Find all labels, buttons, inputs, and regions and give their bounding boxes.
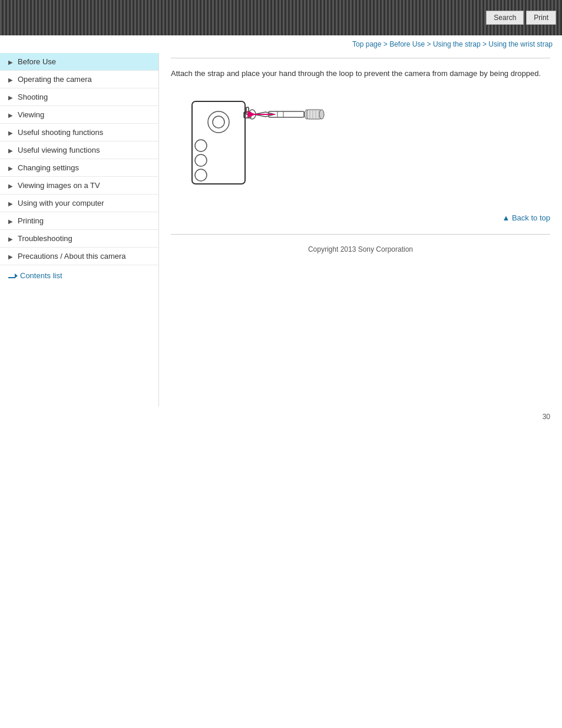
breadcrumb-top-page[interactable]: Top page	[352, 40, 381, 48]
svg-point-2	[213, 116, 224, 128]
sidebar-item-using-computer[interactable]: ▶ Using with your computer	[0, 195, 158, 212]
chevron-right-icon: ▶	[8, 218, 14, 224]
chevron-right-icon: ▶	[8, 200, 14, 206]
page-number: 30	[0, 407, 562, 427]
breadcrumb-sep3: >	[482, 40, 488, 48]
breadcrumb-before-use[interactable]: Before Use	[389, 40, 425, 48]
sidebar-item-label: Before Use	[18, 57, 56, 66]
sidebar-item-label: Useful viewing functions	[18, 146, 100, 154]
sidebar-item-operating-camera[interactable]: ▶ Operating the camera	[0, 71, 158, 88]
sidebar-item-before-use[interactable]: ▶ Before Use	[0, 53, 158, 71]
chevron-right-icon: ▶	[8, 147, 14, 153]
search-button[interactable]: Search	[486, 11, 524, 25]
sidebar-item-label: Shooting	[18, 93, 48, 101]
breadcrumb: Top page > Before Use > Using the strap …	[0, 35, 562, 53]
triangle-up-icon: ▲	[502, 213, 511, 222]
sidebar-item-precautions[interactable]: ▶ Precautions / About this camera	[0, 248, 158, 265]
chevron-right-icon: ▶	[8, 112, 14, 118]
svg-rect-0	[192, 101, 245, 184]
sidebar-item-useful-shooting[interactable]: ▶ Useful shooting functions	[0, 124, 158, 141]
sidebar-footer: Contents list	[0, 265, 158, 286]
sidebar-item-label: Using with your computer	[18, 199, 104, 207]
sidebar-item-label: Operating the camera	[18, 75, 92, 84]
sidebar-item-label: Printing	[18, 216, 44, 225]
breadcrumb-sep2: >	[427, 40, 433, 48]
back-to-top-link[interactable]: ▲ Back to top	[502, 213, 550, 222]
breadcrumb-sep1: >	[384, 40, 389, 48]
sidebar-item-label: Precautions / About this camera	[18, 252, 126, 261]
chevron-right-icon: ▶	[8, 94, 14, 100]
breadcrumb-using-strap[interactable]: Using the strap	[433, 40, 481, 48]
chevron-right-icon: ▶	[8, 77, 14, 83]
copyright: Copyright 2013 Sony Corporation	[171, 241, 550, 258]
sidebar-item-label: Changing settings	[18, 163, 79, 172]
chevron-right-icon: ▶	[8, 253, 14, 259]
main-content: Attach the strap and place your hand thr…	[159, 53, 562, 407]
sidebar-item-troubleshooting[interactable]: ▶ Troubleshooting	[0, 230, 158, 248]
back-to-top: ▲ Back to top	[171, 207, 550, 228]
chevron-right-icon: ▶	[8, 130, 14, 136]
sidebar-item-label: Useful shooting functions	[18, 128, 103, 137]
sidebar-item-shooting[interactable]: ▶ Shooting	[0, 88, 158, 106]
sidebar-item-label: Viewing	[18, 110, 44, 119]
main-layout: ▶ Before Use ▶ Operating the camera ▶ Sh…	[0, 53, 562, 407]
chevron-right-icon: ▶	[8, 59, 14, 65]
sidebar-item-viewing-tv[interactable]: ▶ Viewing images on a TV	[0, 177, 158, 195]
top-separator	[171, 58, 550, 58]
svg-point-14	[319, 110, 324, 119]
breadcrumb-using-wrist-strap[interactable]: Using the wrist strap	[488, 40, 553, 48]
sidebar-item-viewing[interactable]: ▶ Viewing	[0, 106, 158, 124]
svg-point-4	[195, 154, 207, 166]
svg-point-1	[208, 111, 229, 133]
footer-separator	[171, 234, 550, 235]
sidebar-item-useful-viewing[interactable]: ▶ Useful viewing functions	[0, 141, 158, 159]
contents-list-link[interactable]: Contents list	[20, 271, 62, 280]
wrist-strap-illustration	[180, 90, 333, 196]
sidebar-item-changing-settings[interactable]: ▶ Changing settings	[0, 159, 158, 177]
header: Search Print	[0, 0, 562, 35]
chevron-right-icon: ▶	[8, 165, 14, 171]
sidebar-item-label: Viewing images on a TV	[18, 181, 100, 190]
sidebar-item-label: Troubleshooting	[18, 234, 72, 243]
chevron-right-icon: ▶	[8, 183, 14, 189]
camera-diagram	[180, 90, 550, 196]
svg-point-5	[195, 169, 207, 181]
sidebar-item-printing[interactable]: ▶ Printing	[0, 212, 158, 230]
page-description: Attach the strap and place your hand thr…	[171, 68, 550, 80]
chevron-right-icon: ▶	[8, 236, 14, 242]
arrow-right-icon	[8, 273, 18, 279]
print-button[interactable]: Print	[526, 11, 556, 25]
sidebar: ▶ Before Use ▶ Operating the camera ▶ Sh…	[0, 53, 159, 407]
svg-point-3	[195, 140, 207, 151]
